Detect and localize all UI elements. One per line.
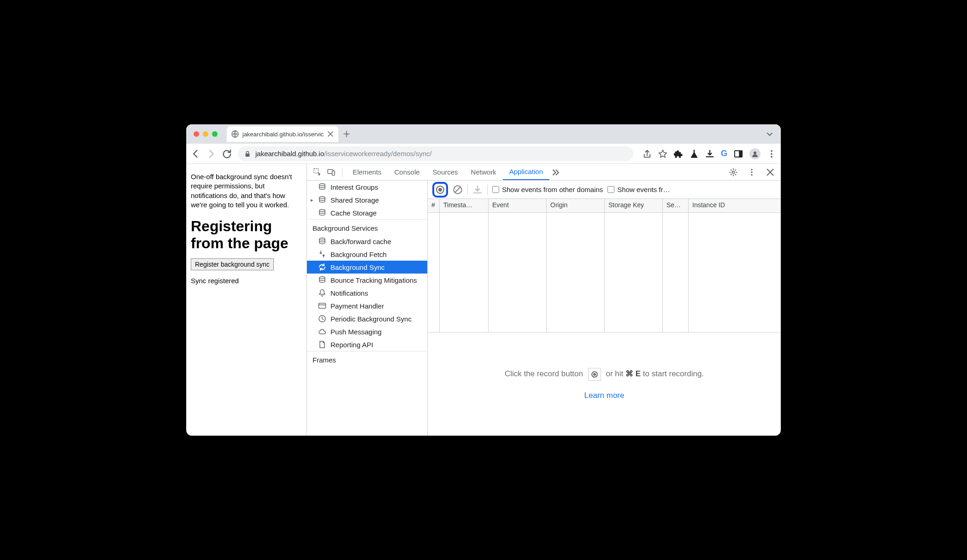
cloud-icon bbox=[318, 327, 326, 336]
tab-network[interactable]: Network bbox=[465, 164, 503, 180]
tab-application[interactable]: Application bbox=[503, 164, 549, 180]
col-timestamp[interactable]: Timesta… bbox=[440, 199, 489, 212]
sidebar-item-label: Payment Handler bbox=[330, 302, 384, 310]
sidebar-item-cache-storage[interactable]: Cache Storage bbox=[307, 206, 427, 219]
tab-title: jakearchibald.github.io/isservic bbox=[242, 131, 324, 138]
tab-console[interactable]: Console bbox=[388, 164, 426, 180]
forward-button bbox=[206, 149, 217, 159]
divider bbox=[467, 185, 468, 195]
sidebar-item-label: Back/forward cache bbox=[330, 238, 391, 245]
sidebar-item-label: Interest Groups bbox=[330, 183, 378, 191]
fetch-icon bbox=[318, 250, 326, 258]
page-heading: Registering from the page bbox=[191, 218, 302, 252]
bell-icon bbox=[318, 289, 326, 297]
tab-elements[interactable]: Elements bbox=[346, 164, 388, 180]
side-panel-icon[interactable] bbox=[734, 149, 743, 158]
chevron-down-icon bbox=[766, 130, 773, 138]
col-num[interactable]: # bbox=[428, 199, 440, 212]
extensions-icon[interactable] bbox=[674, 149, 683, 158]
devtools-panel: Elements Console Sources Network Applica… bbox=[307, 164, 781, 436]
browser-tab[interactable]: jakearchibald.github.io/isservic bbox=[227, 126, 338, 142]
sidebar-item-bounce-tracking-mitigations[interactable]: Bounce Tracking Mitigations bbox=[307, 274, 427, 286]
devtools-menu-icon[interactable] bbox=[748, 168, 756, 176]
checkbox-input[interactable] bbox=[492, 186, 499, 193]
sidebar-item-push-messaging[interactable]: Push Messaging bbox=[307, 325, 427, 338]
show-events-fr-checkbox[interactable]: Show events fr… bbox=[607, 186, 670, 193]
sidebar-item-periodic-background-sync[interactable]: Periodic Background Sync bbox=[307, 312, 427, 325]
col-origin[interactable]: Origin bbox=[547, 199, 605, 212]
sidebar-item-interest-groups[interactable]: Interest Groups bbox=[307, 181, 427, 193]
register-sync-button[interactable]: Register background sync bbox=[191, 258, 274, 270]
sidebar-item-shared-storage[interactable]: Shared Storage bbox=[307, 193, 427, 206]
toolbar-actions: G bbox=[643, 148, 776, 159]
col-event[interactable]: Event bbox=[489, 199, 547, 212]
downloads-icon[interactable] bbox=[705, 149, 714, 158]
zoom-window-button[interactable] bbox=[212, 131, 218, 137]
sidebar-item-reporting-api[interactable]: Reporting API bbox=[307, 338, 427, 351]
col-storage-key[interactable]: Storage Key bbox=[605, 199, 663, 212]
sidebar-item-payment-handler[interactable]: Payment Handler bbox=[307, 299, 427, 312]
back-button[interactable] bbox=[191, 149, 201, 159]
bookmark-icon[interactable] bbox=[658, 149, 667, 158]
sidebar-section-frames: Frames bbox=[307, 351, 427, 367]
checkbox-input[interactable] bbox=[607, 186, 614, 193]
record-icon bbox=[436, 186, 444, 194]
more-tabs-icon[interactable] bbox=[552, 168, 560, 176]
new-tab-button[interactable] bbox=[343, 130, 350, 138]
sidebar-item-label: Push Messaging bbox=[330, 328, 382, 336]
minimize-window-button[interactable] bbox=[203, 131, 208, 137]
application-sidebar: Interest GroupsShared StorageCache Stora… bbox=[307, 181, 428, 436]
chrome-menu-icon[interactable] bbox=[767, 149, 776, 158]
settings-icon[interactable] bbox=[729, 168, 737, 176]
col-se[interactable]: Se… bbox=[663, 199, 689, 212]
sidebar-item-label: Shared Storage bbox=[330, 196, 379, 204]
card-icon bbox=[318, 302, 326, 310]
sidebar-item-notifications[interactable]: Notifications bbox=[307, 286, 427, 299]
save-events-icon[interactable] bbox=[472, 185, 483, 195]
empty-state: Click the record button or hit ⌘ E to st… bbox=[428, 332, 781, 436]
intro-text: One-off background sync doesn't require … bbox=[191, 172, 302, 210]
close-devtools-icon[interactable] bbox=[766, 168, 774, 176]
events-table-header: # Timesta… Event Origin Storage Key Se… … bbox=[428, 199, 781, 213]
reload-button[interactable] bbox=[222, 149, 232, 159]
sidebar-item-background-fetch[interactable]: Background Fetch bbox=[307, 248, 427, 261]
devtools-body: Interest GroupsShared StorageCache Stora… bbox=[307, 181, 781, 436]
google-icon[interactable]: G bbox=[721, 149, 727, 158]
sidebar-item-label: Cache Storage bbox=[330, 209, 377, 217]
show-other-domains-checkbox[interactable]: Show events from other domains bbox=[492, 186, 603, 193]
sidebar-item-label: Periodic Background Sync bbox=[330, 315, 412, 323]
sidebar-item-label: Reporting API bbox=[330, 341, 373, 349]
device-toggle-icon[interactable] bbox=[327, 168, 336, 176]
inspect-icon[interactable] bbox=[313, 168, 322, 176]
person-icon bbox=[751, 150, 759, 158]
learn-more-link[interactable]: Learn more bbox=[584, 391, 625, 400]
window-controls bbox=[194, 131, 218, 137]
sidebar-section-bgservices: Background Services bbox=[307, 219, 427, 235]
profile-button[interactable] bbox=[749, 148, 761, 159]
db-icon bbox=[318, 276, 326, 284]
clear-icon[interactable] bbox=[453, 185, 463, 195]
doc-icon bbox=[318, 340, 326, 349]
close-window-button[interactable] bbox=[194, 131, 199, 137]
tab-sources[interactable]: Sources bbox=[426, 164, 465, 180]
sidebar-item-label: Background Sync bbox=[330, 263, 385, 271]
divider bbox=[487, 185, 488, 195]
db-icon bbox=[318, 183, 326, 191]
share-icon[interactable] bbox=[643, 149, 652, 158]
url-text: jakearchibald.github.io/isserviceworkerr… bbox=[255, 150, 432, 158]
empty-state-text: Click the record button or hit ⌘ E to st… bbox=[505, 368, 704, 381]
tabs-dropdown-button[interactable] bbox=[766, 130, 776, 138]
labs-icon[interactable] bbox=[690, 149, 699, 158]
close-tab-icon[interactable] bbox=[327, 131, 334, 137]
application-main: Show events from other domains Show even… bbox=[428, 181, 781, 436]
col-instance-id[interactable]: Instance ID bbox=[689, 199, 781, 212]
lock-icon[interactable] bbox=[244, 151, 251, 157]
sync-status: Sync registered bbox=[191, 277, 302, 285]
address-bar[interactable]: jakearchibald.github.io/isserviceworkerr… bbox=[238, 146, 633, 161]
record-button[interactable] bbox=[432, 182, 448, 198]
toolbar: jakearchibald.github.io/isserviceworkerr… bbox=[186, 144, 781, 164]
divider bbox=[342, 168, 342, 177]
sidebar-item-back-forward-cache[interactable]: Back/forward cache bbox=[307, 235, 427, 248]
sidebar-item-label: Background Fetch bbox=[330, 251, 387, 258]
sidebar-item-background-sync[interactable]: Background Sync bbox=[307, 261, 427, 274]
